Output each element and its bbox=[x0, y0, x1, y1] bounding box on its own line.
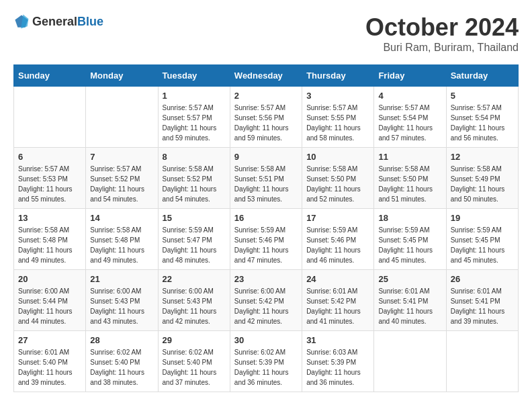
calendar-cell: 9Sunrise: 5:58 AM Sunset: 5:51 PM Daylig… bbox=[230, 148, 302, 209]
day-number: 1 bbox=[163, 91, 226, 101]
day-number: 10 bbox=[306, 152, 369, 162]
day-number: 4 bbox=[378, 91, 441, 101]
calendar-cell bbox=[86, 87, 158, 148]
day-number: 8 bbox=[163, 152, 226, 162]
calendar-cell: 25Sunrise: 6:01 AM Sunset: 5:41 PM Dayli… bbox=[374, 270, 446, 331]
day-info: Sunrise: 6:00 AM Sunset: 5:43 PM Dayligh… bbox=[163, 286, 226, 326]
calendar-week-row: 1Sunrise: 5:57 AM Sunset: 5:57 PM Daylig… bbox=[14, 87, 519, 148]
calendar-cell: 26Sunrise: 6:01 AM Sunset: 5:41 PM Dayli… bbox=[446, 270, 518, 331]
day-info: Sunrise: 5:59 AM Sunset: 5:47 PM Dayligh… bbox=[163, 225, 226, 265]
day-number: 28 bbox=[90, 335, 153, 345]
day-number: 24 bbox=[306, 274, 369, 284]
calendar-cell: 28Sunrise: 6:02 AM Sunset: 5:40 PM Dayli… bbox=[86, 331, 158, 392]
day-number: 9 bbox=[234, 152, 298, 162]
weekday-header-friday: Friday bbox=[374, 65, 446, 87]
day-info: Sunrise: 5:58 AM Sunset: 5:50 PM Dayligh… bbox=[378, 164, 441, 204]
calendar-week-row: 20Sunrise: 6:00 AM Sunset: 5:44 PM Dayli… bbox=[14, 270, 519, 331]
calendar-cell: 6Sunrise: 5:57 AM Sunset: 5:53 PM Daylig… bbox=[14, 148, 86, 209]
day-number: 14 bbox=[90, 213, 153, 223]
weekday-header-row: SundayMondayTuesdayWednesdayThursdayFrid… bbox=[14, 65, 519, 87]
weekday-header-saturday: Saturday bbox=[446, 65, 518, 87]
calendar-cell: 17Sunrise: 5:59 AM Sunset: 5:46 PM Dayli… bbox=[302, 209, 374, 270]
weekday-header-monday: Monday bbox=[86, 65, 158, 87]
calendar-cell: 8Sunrise: 5:58 AM Sunset: 5:52 PM Daylig… bbox=[158, 148, 230, 209]
day-info: Sunrise: 6:00 AM Sunset: 5:43 PM Dayligh… bbox=[90, 286, 153, 326]
day-info: Sunrise: 5:58 AM Sunset: 5:51 PM Dayligh… bbox=[234, 164, 298, 204]
day-info: Sunrise: 6:01 AM Sunset: 5:42 PM Dayligh… bbox=[306, 286, 369, 326]
day-info: Sunrise: 6:00 AM Sunset: 5:44 PM Dayligh… bbox=[18, 286, 81, 326]
day-info: Sunrise: 6:02 AM Sunset: 5:40 PM Dayligh… bbox=[163, 347, 226, 387]
day-number: 27 bbox=[18, 335, 81, 345]
day-info: Sunrise: 5:59 AM Sunset: 5:45 PM Dayligh… bbox=[451, 225, 514, 265]
day-info: Sunrise: 5:59 AM Sunset: 5:46 PM Dayligh… bbox=[306, 225, 369, 265]
day-info: Sunrise: 5:57 AM Sunset: 5:55 PM Dayligh… bbox=[306, 103, 369, 143]
day-info: Sunrise: 5:57 AM Sunset: 5:56 PM Dayligh… bbox=[234, 103, 298, 143]
day-number: 2 bbox=[234, 91, 298, 101]
weekday-header-wednesday: Wednesday bbox=[230, 65, 302, 87]
calendar-cell: 11Sunrise: 5:58 AM Sunset: 5:50 PM Dayli… bbox=[374, 148, 446, 209]
day-number: 15 bbox=[163, 213, 226, 223]
day-number: 31 bbox=[306, 335, 369, 345]
day-info: Sunrise: 5:57 AM Sunset: 5:57 PM Dayligh… bbox=[163, 103, 226, 143]
day-number: 30 bbox=[234, 335, 298, 345]
day-info: Sunrise: 6:00 AM Sunset: 5:42 PM Dayligh… bbox=[234, 286, 298, 326]
day-number: 20 bbox=[18, 274, 81, 284]
day-info: Sunrise: 5:58 AM Sunset: 5:48 PM Dayligh… bbox=[90, 225, 153, 265]
logo-text-general: General bbox=[32, 15, 77, 28]
day-number: 25 bbox=[378, 274, 441, 284]
location-title: Buri Ram, Buriram, Thailand bbox=[365, 42, 519, 54]
day-info: Sunrise: 5:58 AM Sunset: 5:49 PM Dayligh… bbox=[451, 164, 514, 204]
day-info: Sunrise: 6:01 AM Sunset: 5:41 PM Dayligh… bbox=[378, 286, 441, 326]
day-number: 13 bbox=[18, 213, 81, 223]
calendar-cell bbox=[446, 331, 518, 392]
calendar-cell: 5Sunrise: 5:57 AM Sunset: 5:54 PM Daylig… bbox=[446, 87, 518, 148]
day-info: Sunrise: 5:57 AM Sunset: 5:54 PM Dayligh… bbox=[378, 103, 441, 143]
calendar-cell: 19Sunrise: 5:59 AM Sunset: 5:45 PM Dayli… bbox=[446, 209, 518, 270]
calendar-cell: 3Sunrise: 5:57 AM Sunset: 5:55 PM Daylig… bbox=[302, 87, 374, 148]
day-info: Sunrise: 6:02 AM Sunset: 5:39 PM Dayligh… bbox=[234, 347, 298, 387]
calendar-cell: 15Sunrise: 5:59 AM Sunset: 5:47 PM Dayli… bbox=[158, 209, 230, 270]
day-info: Sunrise: 6:02 AM Sunset: 5:40 PM Dayligh… bbox=[90, 347, 153, 387]
calendar-cell: 7Sunrise: 5:57 AM Sunset: 5:52 PM Daylig… bbox=[86, 148, 158, 209]
day-info: Sunrise: 5:59 AM Sunset: 5:46 PM Dayligh… bbox=[234, 225, 298, 265]
calendar-cell: 13Sunrise: 5:58 AM Sunset: 5:48 PM Dayli… bbox=[14, 209, 86, 270]
day-number: 26 bbox=[451, 274, 514, 284]
calendar-cell: 14Sunrise: 5:58 AM Sunset: 5:48 PM Dayli… bbox=[86, 209, 158, 270]
day-info: Sunrise: 6:01 AM Sunset: 5:40 PM Dayligh… bbox=[18, 347, 81, 387]
calendar-cell: 27Sunrise: 6:01 AM Sunset: 5:40 PM Dayli… bbox=[14, 331, 86, 392]
day-number: 3 bbox=[306, 91, 369, 101]
day-number: 16 bbox=[234, 213, 298, 223]
day-number: 29 bbox=[163, 335, 226, 345]
calendar-cell: 2Sunrise: 5:57 AM Sunset: 5:56 PM Daylig… bbox=[230, 87, 302, 148]
calendar-cell: 31Sunrise: 6:03 AM Sunset: 5:39 PM Dayli… bbox=[302, 331, 374, 392]
day-info: Sunrise: 5:58 AM Sunset: 5:50 PM Dayligh… bbox=[306, 164, 369, 204]
calendar-cell: 29Sunrise: 6:02 AM Sunset: 5:40 PM Dayli… bbox=[158, 331, 230, 392]
calendar-cell: 1Sunrise: 5:57 AM Sunset: 5:57 PM Daylig… bbox=[158, 87, 230, 148]
day-number: 23 bbox=[234, 274, 298, 284]
calendar-cell: 10Sunrise: 5:58 AM Sunset: 5:50 PM Dayli… bbox=[302, 148, 374, 209]
day-info: Sunrise: 6:01 AM Sunset: 5:41 PM Dayligh… bbox=[451, 286, 514, 326]
calendar-cell: 23Sunrise: 6:00 AM Sunset: 5:42 PM Dayli… bbox=[230, 270, 302, 331]
weekday-header-tuesday: Tuesday bbox=[158, 65, 230, 87]
calendar-table: SundayMondayTuesdayWednesdayThursdayFrid… bbox=[13, 64, 519, 392]
page-header: GeneralBlue October 2024 Buri Ram, Burir… bbox=[13, 13, 519, 54]
day-number: 7 bbox=[90, 152, 153, 162]
calendar-cell bbox=[14, 87, 86, 148]
calendar-cell: 24Sunrise: 6:01 AM Sunset: 5:42 PM Dayli… bbox=[302, 270, 374, 331]
day-info: Sunrise: 5:58 AM Sunset: 5:48 PM Dayligh… bbox=[18, 225, 81, 265]
calendar-cell: 22Sunrise: 6:00 AM Sunset: 5:43 PM Dayli… bbox=[158, 270, 230, 331]
day-number: 21 bbox=[90, 274, 153, 284]
weekday-header-thursday: Thursday bbox=[302, 65, 374, 87]
day-info: Sunrise: 5:57 AM Sunset: 5:53 PM Dayligh… bbox=[18, 164, 81, 204]
day-number: 19 bbox=[451, 213, 514, 223]
logo-icon bbox=[13, 13, 30, 30]
day-number: 12 bbox=[451, 152, 514, 162]
day-info: Sunrise: 6:03 AM Sunset: 5:39 PM Dayligh… bbox=[306, 347, 369, 387]
calendar-cell: 21Sunrise: 6:00 AM Sunset: 5:43 PM Dayli… bbox=[86, 270, 158, 331]
logo-text-blue: Blue bbox=[77, 15, 103, 28]
calendar-cell bbox=[374, 331, 446, 392]
calendar-week-row: 13Sunrise: 5:58 AM Sunset: 5:48 PM Dayli… bbox=[14, 209, 519, 270]
day-info: Sunrise: 5:59 AM Sunset: 5:45 PM Dayligh… bbox=[378, 225, 441, 265]
day-number: 22 bbox=[163, 274, 226, 284]
calendar-week-row: 27Sunrise: 6:01 AM Sunset: 5:40 PM Dayli… bbox=[14, 331, 519, 392]
